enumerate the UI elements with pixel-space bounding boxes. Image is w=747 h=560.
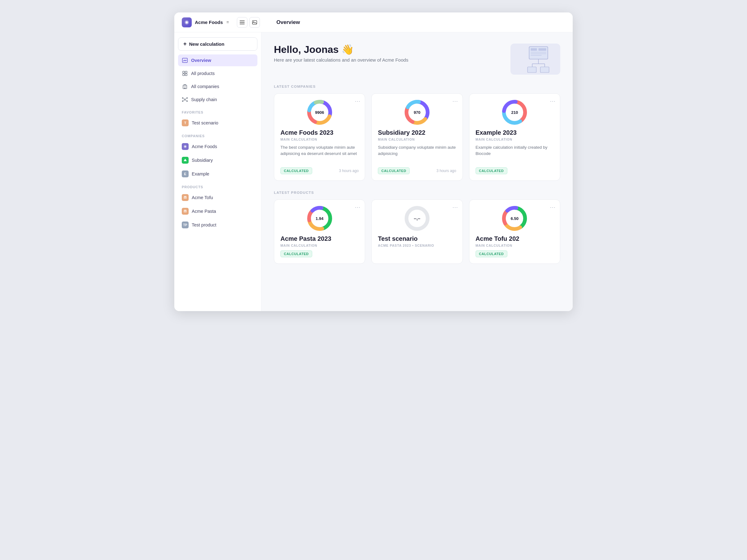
- svg-line-20: [183, 98, 185, 99]
- acme-foods-avatar: [182, 143, 189, 150]
- card-footer: CALCULATED: [475, 250, 554, 257]
- svg-rect-42: [527, 67, 536, 73]
- sidebar-item-test-product[interactable]: TP Test product: [178, 219, 257, 231]
- sidebar-all-companies-label: All companies: [191, 84, 219, 89]
- sidebar: + New calculation Overview All products: [174, 32, 261, 311]
- card-test-scenario[interactable]: ··· --,-- Test scenario ACME PASTA 2023 …: [371, 199, 463, 264]
- companies-label: Companies: [178, 130, 257, 139]
- test-scenario-label: Test scenario: [192, 121, 218, 125]
- sidebar-item-acme-tofu[interactable]: Acme Tofu: [178, 191, 257, 204]
- image-icon[interactable]: [249, 17, 260, 28]
- test-product-label: Test product: [192, 222, 216, 228]
- subsidiary-avatar: [182, 157, 189, 164]
- card-title: Subsidiary 2022: [378, 129, 456, 136]
- donut-chart: --,--: [405, 206, 430, 231]
- svg-rect-2: [240, 22, 244, 23]
- page-title: Overview: [276, 19, 300, 26]
- svg-rect-28: [184, 196, 187, 199]
- app-window: Acme Foods Overview + New calculation: [174, 12, 573, 311]
- svg-point-5: [253, 21, 254, 22]
- svg-rect-29: [184, 196, 186, 197]
- card-acme-foods-2023[interactable]: ··· 9906 Acme Foods 2023 MAIN CALCULATIO…: [274, 93, 365, 181]
- card-menu-icon[interactable]: ···: [355, 98, 360, 105]
- sidebar-item-example[interactable]: E Example: [178, 168, 257, 180]
- donut-chart: 970: [405, 100, 430, 125]
- sidebar-item-supply-chain[interactable]: Supply chain: [178, 94, 257, 105]
- sidebar-item-all-companies[interactable]: All companies: [178, 81, 257, 92]
- card-menu-icon[interactable]: ···: [453, 204, 458, 211]
- svg-rect-37: [531, 55, 542, 56]
- card-menu-icon[interactable]: ···: [453, 98, 458, 105]
- card-chart: 210: [475, 100, 554, 125]
- card-menu-icon[interactable]: ···: [550, 98, 556, 105]
- card-title: Test scenario: [378, 235, 456, 242]
- svg-line-22: [183, 100, 185, 101]
- card-subtitle: MAIN CALCULATION: [280, 137, 359, 141]
- svg-rect-12: [184, 86, 185, 87]
- donut-chart: 9906: [307, 100, 332, 125]
- sidebar-item-acme-foods[interactable]: Acme Foods: [178, 140, 257, 153]
- donut-value: 210: [511, 110, 518, 115]
- plus-icon: +: [183, 41, 187, 47]
- sidebar-overview-label: Overview: [191, 58, 211, 63]
- content-area: Hello, Joonas 👋 Here are your latest cal…: [261, 32, 573, 311]
- svg-point-0: [186, 22, 188, 23]
- sidebar-supply-chain-label: Supply chain: [191, 97, 217, 102]
- card-example-2023[interactable]: ··· 210 Example 2023 MAIN CALCULATION Ex…: [469, 93, 560, 181]
- card-menu-icon[interactable]: ···: [355, 204, 360, 211]
- card-acme-tofu-202[interactable]: ··· 6.50 Acme Tofu 202 MAIN CALCULATION …: [469, 199, 560, 264]
- card-chart: 1.94: [280, 206, 359, 231]
- greeting-text: Hello, Joonas 👋 Here are your latest cal…: [274, 44, 408, 62]
- company-switcher[interactable]: [227, 22, 229, 23]
- svg-rect-43: [540, 67, 549, 73]
- sidebar-item-overview[interactable]: Overview: [178, 54, 257, 66]
- card-title: Acme Tofu 202: [475, 235, 554, 242]
- time-ago: 3 hours ago: [339, 169, 359, 173]
- svg-rect-33: [531, 48, 537, 51]
- card-chart: --,--: [378, 206, 456, 231]
- example-label: Example: [192, 171, 209, 177]
- acme-tofu-avatar: [182, 194, 189, 201]
- main-layout: + New calculation Overview All products: [174, 32, 573, 311]
- svg-rect-3: [240, 24, 244, 24]
- acme-pasta-label: Acme Pasta: [192, 209, 216, 214]
- greeting-title: Hello, Joonas 👋: [274, 44, 408, 55]
- greeting-illustration: [511, 44, 560, 75]
- menu-icon[interactable]: [237, 17, 248, 28]
- card-acme-pasta-2023[interactable]: ··· 1.94 Acme Pasta 2023 MAIN CALCULATIO…: [274, 199, 365, 264]
- products-label: Products: [178, 181, 257, 190]
- card-footer: CALCULATED: [475, 167, 554, 174]
- card-footer: CALCULATED: [280, 250, 359, 257]
- svg-point-18: [182, 101, 183, 102]
- subsidiary-label: Subsidiary: [192, 158, 213, 163]
- status-badge: CALCULATED: [378, 167, 410, 174]
- card-desc: Subsidiary company voluptate minim aute …: [378, 144, 456, 163]
- donut-chart: 6.50: [502, 206, 527, 231]
- card-chart: 9906: [280, 100, 359, 125]
- sidebar-header: Acme Foods: [182, 17, 269, 28]
- card-subsidiary-2022[interactable]: ··· 970 Subsidiary 2022 MAIN CALCULATION…: [371, 93, 463, 181]
- example-avatar: E: [182, 170, 189, 177]
- svg-point-16: [182, 98, 183, 99]
- donut-value: 970: [414, 110, 420, 115]
- greeting-subtitle: Here are your latest calculations and an…: [274, 57, 408, 62]
- donut-value: 1.94: [316, 216, 324, 221]
- test-product-avatar: TP: [182, 221, 189, 229]
- card-subtitle: MAIN CALCULATION: [475, 244, 554, 247]
- new-calculation-button[interactable]: + New calculation: [178, 37, 257, 51]
- sidebar-item-subsidiary[interactable]: Subsidiary: [178, 154, 257, 166]
- svg-point-19: [187, 101, 188, 102]
- status-badge: CALCULATED: [475, 250, 507, 257]
- sidebar-item-all-products[interactable]: All products: [178, 68, 257, 79]
- grid-icon: [182, 70, 188, 77]
- svg-line-23: [185, 100, 187, 101]
- card-menu-icon[interactable]: ···: [550, 204, 556, 211]
- sidebar-item-acme-pasta[interactable]: Acme Pasta: [178, 205, 257, 217]
- card-subtitle: ACME PASTA 2023 • SCENARIO: [378, 244, 456, 247]
- card-title: Example 2023: [475, 129, 554, 136]
- sidebar-item-test-scenario[interactable]: T Test scenario: [178, 117, 257, 129]
- building-icon: [182, 83, 188, 89]
- greeting-area: Hello, Joonas 👋 Here are your latest cal…: [274, 44, 560, 75]
- svg-rect-1: [240, 21, 244, 21]
- latest-products-label: Latest Products: [274, 191, 560, 194]
